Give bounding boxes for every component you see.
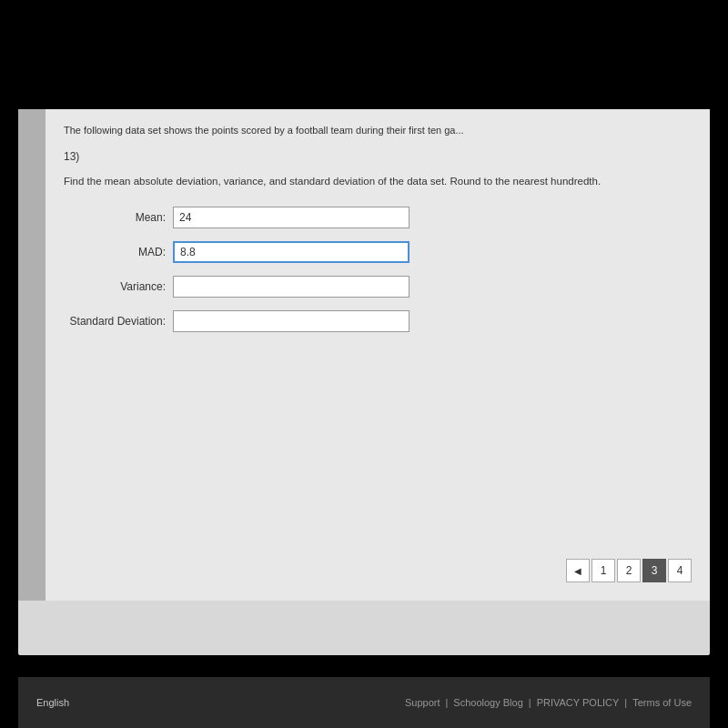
separator-2: | xyxy=(529,697,531,708)
mad-row: MAD: xyxy=(64,241,692,263)
support-link[interactable]: Support xyxy=(405,697,440,708)
page-3-button[interactable]: 3 xyxy=(642,559,666,582)
std-dev-input[interactable] xyxy=(173,310,410,332)
footer-language: English xyxy=(36,697,69,708)
mean-label: Mean: xyxy=(64,211,173,224)
mean-row: Mean: xyxy=(64,207,692,228)
variance-row: Variance: xyxy=(64,276,692,298)
question-number: 13) xyxy=(64,150,692,163)
instruction-text: Find the mean absolute deviation, varian… xyxy=(64,174,692,189)
separator-3: | xyxy=(624,697,627,708)
footer: English Support | Schoology Blog | PRIVA… xyxy=(18,677,710,728)
privacy-policy-link[interactable]: PRIVACY POLICY xyxy=(537,697,620,708)
schoology-blog-link[interactable]: Schoology Blog xyxy=(453,697,522,708)
pagination: ◀ 1 2 3 4 xyxy=(566,559,692,582)
content-area: The following data set shows the points … xyxy=(46,109,710,601)
mean-input[interactable] xyxy=(173,207,410,228)
variance-input[interactable] xyxy=(173,276,410,298)
page-4-button[interactable]: 4 xyxy=(668,559,692,582)
mad-label: MAD: xyxy=(64,246,173,258)
separator-1: | xyxy=(445,697,448,708)
terms-of-use-link[interactable]: Terms of Use xyxy=(632,697,692,708)
left-sidebar xyxy=(18,109,46,601)
footer-links: Support | Schoology Blog | PRIVACY POLIC… xyxy=(405,697,692,708)
mad-input[interactable] xyxy=(173,241,410,263)
std-dev-label: Standard Deviation: xyxy=(64,315,173,328)
page-2-button[interactable]: 2 xyxy=(617,559,641,582)
page-1-button[interactable]: 1 xyxy=(592,559,615,582)
variance-label: Variance: xyxy=(64,280,173,293)
std-dev-row: Standard Deviation: xyxy=(64,310,692,332)
top-bar-text: The following data set shows the points … xyxy=(64,124,692,137)
prev-page-button[interactable]: ◀ xyxy=(566,559,590,582)
